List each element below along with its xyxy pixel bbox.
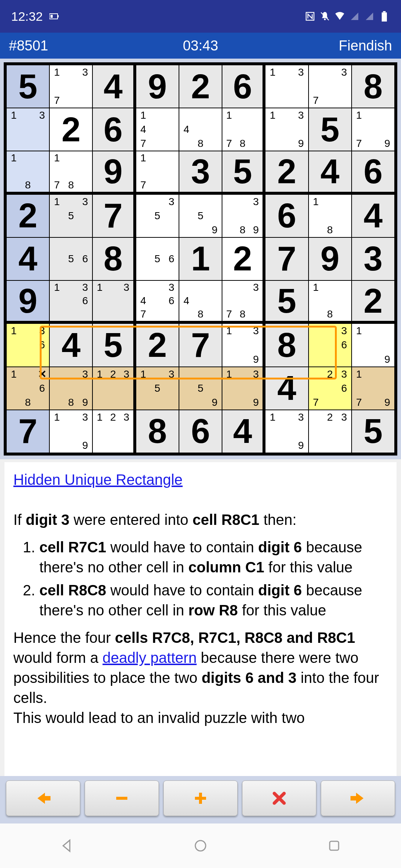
cell-r9c9[interactable]: 5 [352, 410, 394, 453]
prev-button[interactable] [6, 780, 80, 816]
cell-r6c4[interactable]: 3467 [136, 281, 179, 323]
svg-rect-2 [50, 15, 53, 18]
minus-button[interactable] [85, 780, 159, 816]
cell-r1c1[interactable]: 5 [7, 65, 49, 108]
cell-r2c4[interactable]: 147 [136, 108, 179, 151]
cell-r9c3[interactable]: 123 [93, 410, 135, 453]
cell-r1c4[interactable]: 9 [136, 65, 179, 108]
cell-r1c8[interactable]: 37 [309, 65, 351, 108]
cell-r8c4[interactable]: 135 [136, 367, 179, 410]
cell-r3c1[interactable]: 18 [7, 151, 49, 194]
cell-r2c3[interactable]: 6 [93, 108, 135, 151]
cell-r4c8[interactable]: 18 [309, 195, 351, 237]
cell-r4c9[interactable]: 4 [352, 195, 394, 237]
svg-point-4 [324, 19, 326, 20]
cell-r9c7[interactable]: 139 [265, 410, 308, 453]
cell-r7c2[interactable]: 4 [50, 324, 92, 366]
sudoku-grid[interactable]: 5137492613378132614748178139517918178917… [4, 62, 397, 456]
cell-r3c4[interactable]: 17 [136, 151, 179, 194]
cell-r2c9[interactable]: 179 [352, 108, 394, 151]
cell-r3c7[interactable]: 2 [265, 151, 308, 194]
cell-r7c5[interactable]: 7 [179, 324, 222, 366]
cell-r7c8[interactable]: 36 [309, 324, 351, 366]
home-nav-button[interactable] [191, 836, 210, 855]
cell-r3c3[interactable]: 9 [93, 151, 135, 194]
cell-r8c5[interactable]: 59 [179, 367, 222, 410]
cell-r8c2[interactable]: 389 [50, 367, 92, 410]
cell-r7c7[interactable]: 8 [265, 324, 308, 366]
cell-r4c1[interactable]: 2 [7, 195, 49, 237]
cell-r1c9[interactable]: 8 [352, 65, 394, 108]
cell-r3c5[interactable]: 3 [179, 151, 222, 194]
cell-r9c8[interactable]: 23 [309, 410, 351, 453]
cell-r5c7[interactable]: 7 [265, 238, 308, 280]
cell-r8c3[interactable]: 123 [93, 367, 135, 410]
cell-r7c4[interactable]: 2 [136, 324, 179, 366]
cell-r1c5[interactable]: 2 [179, 65, 222, 108]
cell-r9c1[interactable]: 7 [7, 410, 49, 453]
pencil-marks: 37 [309, 65, 351, 108]
next-button[interactable] [321, 780, 395, 816]
cell-r2c1[interactable]: 13 [7, 108, 49, 151]
cell-r2c7[interactable]: 139 [265, 108, 308, 151]
cell-r7c6[interactable]: 139 [222, 324, 265, 366]
cell-r5c1[interactable]: 4 [7, 238, 49, 280]
plus-button[interactable] [163, 780, 238, 816]
cell-r4c6[interactable]: 389 [222, 195, 265, 237]
cell-r2c8[interactable]: 5 [309, 108, 351, 151]
cell-r6c6[interactable]: 378 [222, 281, 265, 323]
cell-r4c3[interactable]: 7 [93, 195, 135, 237]
recent-nav-button[interactable] [325, 836, 343, 855]
cell-r1c7[interactable]: 13 [265, 65, 308, 108]
cell-r5c2[interactable]: 56 [50, 238, 92, 280]
cell-r9c6[interactable]: 4 [222, 410, 265, 453]
cell-r8c6[interactable]: 139 [222, 367, 265, 410]
cell-r4c2[interactable]: 135 [50, 195, 92, 237]
cell-r1c2[interactable]: 137 [50, 65, 92, 108]
cell-r9c5[interactable]: 6 [179, 410, 222, 453]
cell-r7c3[interactable]: 5 [93, 324, 135, 366]
cell-r9c2[interactable]: 139 [50, 410, 92, 453]
cell-r2c5[interactable]: 48 [179, 108, 222, 151]
cell-r6c8[interactable]: 18 [309, 281, 351, 323]
cell-r6c9[interactable]: 2 [352, 281, 394, 323]
cell-r8c9[interactable]: 179 [352, 367, 394, 410]
cell-r3c6[interactable]: 5 [222, 151, 265, 194]
cell-r7c1[interactable]: 136 [7, 324, 49, 366]
cell-r2c2[interactable]: 2 [50, 108, 92, 151]
cell-r1c3[interactable]: 4 [93, 65, 135, 108]
cell-r8c1[interactable]: 1✕68 [7, 367, 49, 410]
cell-r6c3[interactable]: 13 [93, 281, 135, 323]
cell-r4c4[interactable]: 35 [136, 195, 179, 237]
cancel-button[interactable] [242, 780, 316, 816]
cell-r4c7[interactable]: 6 [265, 195, 308, 237]
cell-r6c5[interactable]: 48 [179, 281, 222, 323]
svg-point-11 [195, 841, 206, 851]
technique-link[interactable]: Hidden Unique Rectangle [13, 471, 183, 488]
cell-r4c5[interactable]: 59 [179, 195, 222, 237]
cell-r6c7[interactable]: 5 [265, 281, 308, 323]
cell-r8c7[interactable]: 4 [265, 367, 308, 410]
cell-r1c6[interactable]: 6 [222, 65, 265, 108]
svg-rect-6 [382, 13, 387, 22]
cell-r2c6[interactable]: 178 [222, 108, 265, 151]
cell-r6c1[interactable]: 9 [7, 281, 49, 323]
cell-r3c2[interactable]: 178 [50, 151, 92, 194]
cell-r8c8[interactable]: 2367 [309, 367, 351, 410]
cell-r3c8[interactable]: 4 [309, 151, 351, 194]
back-nav-button[interactable] [58, 836, 76, 855]
cell-r6c2[interactable]: 136 [50, 281, 92, 323]
deadly-pattern-link[interactable]: deadly pattern [102, 650, 197, 666]
cell-r3c9[interactable]: 6 [352, 151, 394, 194]
pencil-marks: 1✕68 [7, 367, 49, 410]
cell-r5c6[interactable]: 2 [222, 238, 265, 280]
cell-r9c4[interactable]: 8 [136, 410, 179, 453]
explanation-panel[interactable]: Hidden Unique Rectangle If digit 3 were … [4, 462, 397, 776]
pencil-marks: 59 [179, 195, 222, 237]
cell-r5c9[interactable]: 3 [352, 238, 394, 280]
cell-r5c3[interactable]: 8 [93, 238, 135, 280]
cell-r5c4[interactable]: 56 [136, 238, 179, 280]
cell-r7c9[interactable]: 19 [352, 324, 394, 366]
cell-r5c5[interactable]: 1 [179, 238, 222, 280]
cell-r5c8[interactable]: 9 [309, 238, 351, 280]
